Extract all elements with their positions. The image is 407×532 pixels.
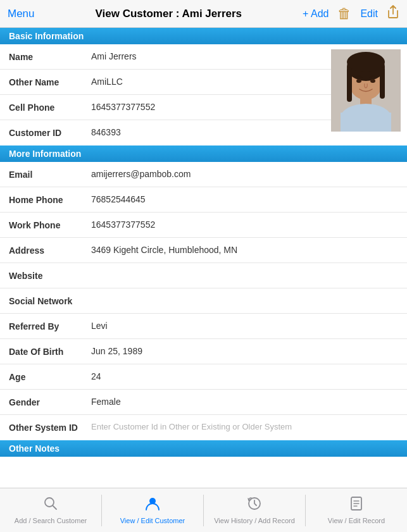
field-value-referred-by: Levi bbox=[91, 321, 398, 331]
add-button[interactable]: + Add bbox=[303, 8, 329, 20]
main-content: Basic Information Name Ami Jerrers Other… bbox=[0, 28, 407, 532]
field-value-other-system-id: Enter Customer Id in Other or Existing o… bbox=[91, 422, 398, 431]
tab-view-edit-record[interactable]: View / Edit Record bbox=[306, 488, 407, 532]
field-value-other-name: AmiLLC bbox=[91, 77, 322, 87]
svg-rect-3 bbox=[347, 67, 352, 102]
table-row: Work Phone 1645377377552 bbox=[0, 213, 407, 238]
field-value-name: Ami Jerrers bbox=[91, 51, 322, 61]
record-icon bbox=[348, 495, 365, 514]
table-row: Referred By Levi bbox=[0, 314, 407, 339]
field-value-age: 24 bbox=[91, 371, 398, 381]
field-label-gender: Gender bbox=[9, 397, 91, 407]
tab-bar: Add / Search Customer View / Edit Custom… bbox=[0, 488, 407, 532]
field-label-dob: Date Of Birth bbox=[9, 346, 91, 357]
field-label-work-phone: Work Phone bbox=[9, 220, 91, 230]
top-nav-bar: Menu View Customer : Ami Jerrers + Add 🗑… bbox=[0, 0, 407, 28]
person-icon bbox=[144, 495, 161, 514]
tab-view-history[interactable]: View History / Add Record bbox=[204, 488, 305, 532]
other-notes-header: Other Notes bbox=[0, 440, 407, 457]
page-title: View Customer : Ami Jerrers bbox=[35, 8, 303, 20]
field-value-cell-phone: 1645377377552 bbox=[91, 102, 322, 112]
field-value-work-phone: 1645377377552 bbox=[91, 220, 398, 230]
more-info-header: More Information bbox=[0, 145, 407, 162]
edit-button[interactable]: Edit bbox=[360, 8, 378, 20]
tab-view-edit-customer-label: View / Edit Customer bbox=[120, 517, 185, 525]
svg-point-5 bbox=[347, 52, 385, 72]
more-info-section: Email amijerrers@pambob.com Home Phone 7… bbox=[0, 162, 407, 440]
field-value-gender: Female bbox=[91, 397, 398, 407]
delete-icon[interactable]: 🗑 bbox=[337, 6, 351, 22]
svg-rect-4 bbox=[380, 67, 385, 99]
basic-info-header: Basic Information bbox=[0, 28, 407, 44]
table-row: Website bbox=[0, 263, 407, 288]
field-label-referred-by: Referred By bbox=[9, 321, 91, 331]
field-value-dob: Jun 25, 1989 bbox=[91, 346, 398, 356]
field-label-name: Name bbox=[9, 51, 91, 62]
table-row: Address 3469 Kigeht Circle, Humblehood, … bbox=[0, 238, 407, 263]
field-label-other-system-id: Other System ID bbox=[9, 422, 91, 433]
field-value-email: amijerrers@pambob.com bbox=[91, 169, 398, 179]
field-label-cell-phone: Cell Phone bbox=[9, 102, 91, 113]
field-value-home-phone: 76852544645 bbox=[91, 194, 398, 204]
field-label-customer-id: Customer ID bbox=[9, 127, 91, 138]
svg-point-10 bbox=[370, 79, 375, 83]
table-row: Gender Female bbox=[0, 390, 407, 415]
svg-point-9 bbox=[356, 79, 361, 83]
basic-info-fields: Name Ami Jerrers Other Name AmiLLC Cell … bbox=[0, 44, 331, 145]
table-row: Email amijerrers@pambob.com bbox=[0, 162, 407, 187]
field-label-age: Age bbox=[9, 371, 91, 382]
field-value-customer-id: 846393 bbox=[91, 127, 322, 137]
table-row: Other System ID Enter Customer Id in Oth… bbox=[0, 415, 407, 440]
menu-button[interactable]: Menu bbox=[8, 8, 35, 20]
svg-rect-8 bbox=[341, 113, 391, 132]
tab-add-search-customer[interactable]: Add / Search Customer bbox=[0, 488, 101, 532]
share-icon[interactable] bbox=[387, 5, 399, 22]
customer-photo bbox=[331, 49, 401, 132]
table-row: Age 24 bbox=[0, 364, 407, 390]
nav-actions: + Add 🗑 Edit bbox=[303, 5, 399, 22]
field-label-address: Address bbox=[9, 245, 91, 256]
table-row: Customer ID 846393 bbox=[0, 120, 331, 145]
table-row: Cell Phone 1645377377552 bbox=[0, 95, 331, 120]
table-row: Name Ami Jerrers bbox=[0, 44, 331, 70]
tab-view-history-label: View History / Add Record bbox=[214, 517, 295, 525]
field-value-address: 3469 Kigeht Circle, Humblehood, MN bbox=[91, 245, 398, 255]
basic-info-section: Name Ami Jerrers Other Name AmiLLC Cell … bbox=[0, 44, 407, 145]
field-label-social-network: Social Network bbox=[9, 295, 91, 306]
field-label-website: Website bbox=[9, 270, 91, 281]
svg-line-12 bbox=[53, 505, 57, 509]
table-row: Social Network bbox=[0, 288, 407, 314]
table-row: Date Of Birth Jun 25, 1989 bbox=[0, 339, 407, 364]
table-row: Other Name AmiLLC bbox=[0, 70, 331, 95]
tab-view-edit-customer[interactable]: View / Edit Customer bbox=[102, 488, 203, 532]
field-label-home-phone: Home Phone bbox=[9, 194, 91, 205]
table-row: Home Phone 76852544645 bbox=[0, 187, 407, 213]
search-icon bbox=[42, 495, 59, 514]
tab-add-search-label: Add / Search Customer bbox=[15, 517, 87, 525]
tab-view-edit-record-label: View / Edit Record bbox=[328, 517, 385, 525]
history-icon bbox=[246, 495, 263, 514]
field-label-email: Email bbox=[9, 169, 91, 180]
field-label-other-name: Other Name bbox=[9, 77, 91, 87]
